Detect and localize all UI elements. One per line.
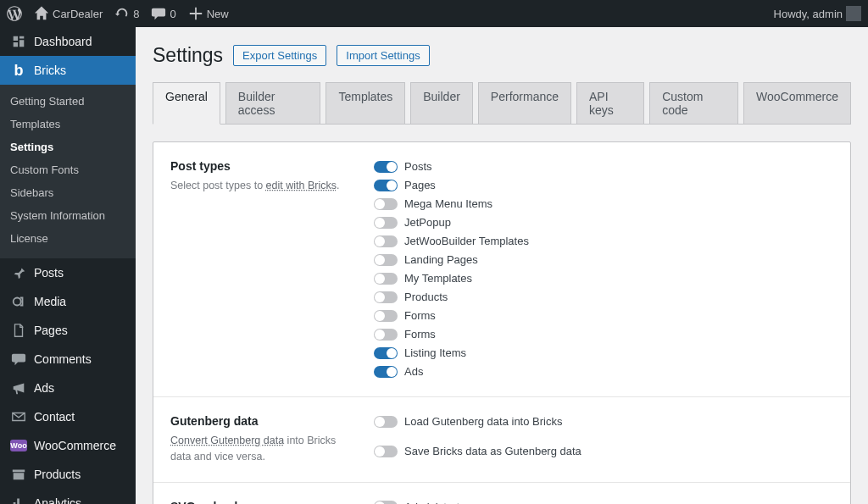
toggle-switch[interactable] <box>374 217 398 229</box>
sidebar-item-analytics[interactable]: Analytics <box>0 489 136 504</box>
sidebar-item-label: Media <box>34 295 66 308</box>
bricks-icon: b <box>10 62 27 79</box>
toggle-switch[interactable] <box>374 198 398 210</box>
sidebar-item-dashboard[interactable]: Dashboard <box>0 27 136 56</box>
sidebar-item-contact[interactable]: Contact <box>0 402 136 431</box>
toggle-row: Ads <box>374 363 833 380</box>
updates-link[interactable]: 8 <box>114 6 139 21</box>
site-name-link[interactable]: CarDealer <box>34 6 103 21</box>
sidebar-sub-item[interactable]: Custom Fonts <box>0 158 136 181</box>
sidebar-item-media[interactable]: Media <box>0 287 136 316</box>
tab-general[interactable]: General <box>153 82 220 125</box>
content-area: Settings Export Settings Import Settings… <box>136 27 868 504</box>
settings-panel: Post types Select post types to edit wit… <box>153 141 851 504</box>
new-link[interactable]: New <box>188 6 229 21</box>
export-settings-button[interactable]: Export Settings <box>233 45 326 66</box>
toggle-switch[interactable] <box>374 329 398 341</box>
sidebar-item-label: Contact <box>34 410 75 424</box>
toggle-label: JetWooBuilder Templates <box>404 235 529 247</box>
sidebar-item-pages[interactable]: Pages <box>0 316 136 345</box>
tab-templates[interactable]: Templates <box>326 82 405 124</box>
sidebar-sub-item[interactable]: Sidebars <box>0 181 136 204</box>
toggle-label: Landing Pages <box>404 253 478 266</box>
tab-custom-code[interactable]: Custom code <box>649 82 738 124</box>
toggle-row: Pages <box>374 176 833 194</box>
toggle-label: Load Gutenberg data into Bricks <box>404 415 562 428</box>
account-link[interactable]: Howdy, admin <box>774 6 861 21</box>
sidebar-item-comments[interactable]: Comments <box>0 345 136 374</box>
toggle-label: My Templates <box>404 272 472 285</box>
comments-count: 0 <box>170 8 175 20</box>
toggle-label: Mega Menu Items <box>404 197 492 210</box>
toggle-switch[interactable] <box>374 161 398 173</box>
toggle-switch[interactable] <box>374 366 398 378</box>
sidebar-item-woocommerce[interactable]: Woo WooCommerce <box>0 431 136 460</box>
toggle-switch[interactable] <box>374 347 398 359</box>
convert-gutenberg-link[interactable]: Convert Gutenberg data <box>170 435 284 446</box>
sidebar-sub-item[interactable]: Settings <box>0 136 136 158</box>
sidebar-item-posts[interactable]: Posts <box>0 258 136 287</box>
sidebar-sub-item[interactable]: System Information <box>0 204 136 227</box>
svg-point-0 <box>14 298 21 306</box>
settings-tabs: GeneralBuilder accessTemplatesBuilderPer… <box>153 82 851 125</box>
sidebar-item-products[interactable]: Products <box>0 460 136 489</box>
toggle-switch[interactable] <box>374 501 398 504</box>
dashboard-icon <box>10 33 27 50</box>
media-icon <box>10 293 27 310</box>
sidebar-sub-item[interactable]: License <box>0 227 136 250</box>
wp-logo[interactable] <box>7 6 22 21</box>
toggle-switch[interactable] <box>374 310 398 322</box>
section-svg-uploads: SVG uploads SVG files describe images in… <box>153 483 850 505</box>
section-desc: Select post types to edit with Bricks. <box>170 178 340 194</box>
toggle-switch[interactable] <box>374 180 398 191</box>
tab-builder[interactable]: Builder <box>410 82 473 124</box>
sidebar-item-label: Analytics <box>34 496 81 504</box>
edit-with-bricks-link[interactable]: edit with Bricks <box>266 180 337 191</box>
sidebar-item-label: Dashboard <box>34 35 92 48</box>
sidebar-item-label: WooCommerce <box>34 439 116 452</box>
tab-performance[interactable]: Performance <box>478 82 571 124</box>
sidebar-sub-item[interactable]: Getting Started <box>0 90 136 113</box>
sidebar-item-ads[interactable]: Ads <box>0 374 136 402</box>
toggle-row: Products <box>374 288 833 306</box>
sidebar-item-label: Products <box>34 468 81 481</box>
woocommerce-icon: Woo <box>10 440 27 451</box>
tab-builder-access[interactable]: Builder access <box>225 82 321 124</box>
sidebar-item-label: Posts <box>34 266 64 280</box>
import-settings-button[interactable]: Import Settings <box>337 45 429 66</box>
toggle-switch[interactable] <box>374 254 398 266</box>
toggle-label: Products <box>404 291 448 303</box>
toggle-switch[interactable] <box>374 416 398 428</box>
toggle-switch[interactable] <box>374 235 398 247</box>
toggle-row: My Templates <box>374 269 833 287</box>
greeting: Howdy, admin <box>774 8 843 20</box>
toggle-switch[interactable] <box>374 291 398 303</box>
page-icon <box>10 322 27 339</box>
tab-api-keys[interactable]: API keys <box>576 82 644 124</box>
toggle-row: Mega Menu Items <box>374 195 833 213</box>
sidebar-item-label: Ads <box>34 381 54 395</box>
toggle-label: JetPopup <box>404 216 451 229</box>
home-icon <box>34 6 49 21</box>
admin-sidebar: Dashboard b Bricks Getting StartedTempla… <box>0 27 136 504</box>
archive-icon <box>10 466 27 483</box>
toggle-row: JetWooBuilder Templates <box>374 232 833 250</box>
new-label: New <box>207 8 229 20</box>
sidebar-sub-item[interactable]: Templates <box>0 113 136 136</box>
toggle-row: Listing Items <box>374 344 833 362</box>
chart-bar-icon <box>10 495 27 504</box>
section-title: SVG uploads <box>170 500 340 505</box>
tab-woocommerce[interactable]: WooCommerce <box>743 82 851 124</box>
toggle-switch[interactable] <box>374 273 398 285</box>
toggle-switch[interactable] <box>374 446 398 457</box>
comments-link[interactable]: 0 <box>151 6 175 21</box>
toggle-row: Posts <box>374 158 833 175</box>
toggle-row: Load Gutenberg data into Bricks <box>374 413 833 430</box>
section-gutenberg: Gutenberg data Convert Gutenberg data in… <box>153 397 850 483</box>
sidebar-item-label: Pages <box>34 324 68 337</box>
sidebar-item-label: Bricks <box>34 64 66 77</box>
comment-icon <box>151 6 166 21</box>
toggle-label: Posts <box>404 160 432 173</box>
page-header: Settings Export Settings Import Settings <box>153 27 851 79</box>
sidebar-item-bricks[interactable]: b Bricks <box>0 56 136 85</box>
